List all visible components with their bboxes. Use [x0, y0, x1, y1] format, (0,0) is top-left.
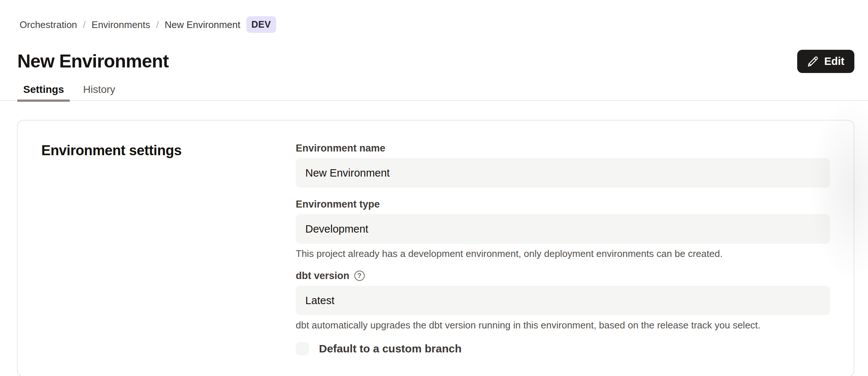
dbt-version-label-text: dbt version [296, 269, 350, 282]
tabs-divider [0, 100, 868, 101]
dbt-version-input[interactable] [296, 286, 830, 315]
edit-button-label: Edit [824, 55, 844, 67]
custom-branch-row: Default to a custom branch [296, 342, 830, 356]
environment-type-label: Environment type [296, 198, 830, 210]
help-icon[interactable]: ? [354, 271, 365, 281]
environment-name-label: Environment name [296, 142, 830, 154]
card-heading: Environment settings [41, 142, 296, 159]
breadcrumb-current-page: New Environment [165, 19, 240, 30]
breadcrumb-separator: / [156, 19, 159, 30]
environment-type-badge: DEV [246, 16, 276, 33]
field-environment-type: Environment type This project already ha… [296, 198, 830, 259]
card-left-column: Environment settings [41, 142, 296, 356]
environment-type-helper: This project already has a development e… [296, 248, 830, 259]
environment-name-label-text: Environment name [296, 142, 385, 154]
breadcrumb: Orchestration / Environments / New Envir… [20, 16, 854, 33]
page-title: New Environment [17, 50, 169, 73]
edit-button[interactable]: Edit [797, 50, 854, 73]
environment-settings-card: Environment settings Environment name En… [17, 120, 854, 376]
breadcrumb-orchestration[interactable]: Orchestration [20, 19, 77, 30]
dbt-version-label: dbt version ? [296, 269, 830, 282]
environment-type-input[interactable] [296, 214, 830, 244]
environment-settings-page: Orchestration / Environments / New Envir… [0, 16, 868, 376]
breadcrumb-separator: / [83, 19, 86, 30]
environment-name-input[interactable] [296, 158, 830, 188]
breadcrumb-environments[interactable]: Environments [91, 19, 150, 30]
environment-type-label-text: Environment type [296, 198, 380, 210]
custom-branch-checkbox[interactable] [296, 342, 309, 355]
field-dbt-version: dbt version ? dbt automatically upgrades… [296, 269, 830, 331]
environment-settings-form: Environment name Environment type This p… [296, 142, 830, 356]
page-header: New Environment Edit [17, 50, 854, 73]
tab-bar: Settings History [17, 84, 868, 102]
pencil-icon [807, 56, 819, 67]
tab-history[interactable]: History [77, 84, 121, 102]
tab-settings[interactable]: Settings [17, 84, 70, 102]
dbt-version-helper: dbt automatically upgrades the dbt versi… [296, 320, 830, 331]
field-environment-name: Environment name [296, 142, 830, 188]
custom-branch-label: Default to a custom branch [319, 342, 462, 356]
